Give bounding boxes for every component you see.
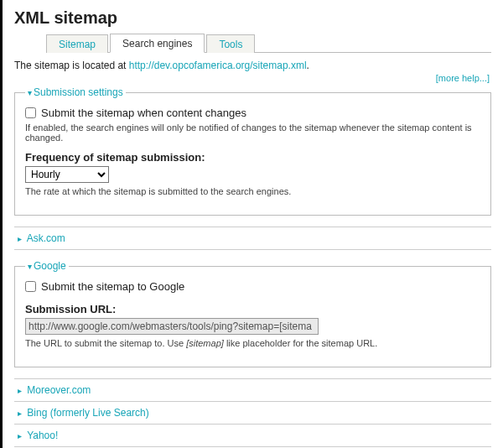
- intro-suffix: .: [307, 60, 309, 71]
- moreover-collapsed[interactable]: ▸ Moreover.com: [14, 378, 491, 402]
- page-title: XML sitemap: [14, 8, 491, 28]
- submit-google-label: Submit the sitemap to Google: [41, 280, 184, 293]
- tab-search-engines[interactable]: Search engines: [110, 34, 205, 53]
- sitemap-url-link[interactable]: http://dev.opcofamerica.org/sitemap.xml: [129, 60, 307, 71]
- submit-google-checkbox[interactable]: [25, 281, 36, 292]
- submit-on-change-label: Submit the sitemap when content changes: [41, 107, 246, 119]
- submit-on-change-desc: If enabled, the search engines will only…: [25, 122, 480, 143]
- expand-arrow-right-icon: ▸: [18, 234, 22, 243]
- yahoo-collapsed[interactable]: ▸ Yahoo!: [14, 424, 491, 447]
- tab-bar: Sitemap Search engines Tools: [46, 33, 491, 53]
- google-fieldset: ▾Google Submit the sitemap to Google Sub…: [14, 260, 491, 367]
- google-legend[interactable]: ▾Google: [25, 260, 69, 272]
- bing-collapsed[interactable]: ▸ Bing (formerly Live Search): [14, 401, 491, 425]
- tab-sitemap[interactable]: Sitemap: [46, 34, 108, 53]
- submission-url-desc: The URL to submit the sitemap to. Use [s…: [25, 338, 480, 348]
- frequency-label: Frequency of sitemap submission:: [25, 151, 480, 164]
- submission-settings-fieldset: ▾Submission settings Submit the sitemap …: [14, 86, 491, 216]
- url-desc-placeholder: [sitemap]: [186, 338, 224, 348]
- expand-arrow-right-icon: ▸: [18, 409, 22, 418]
- intro-text: The sitemap is located at http://dev.opc…: [14, 60, 491, 71]
- submission-url-label: Submission URL:: [25, 303, 480, 315]
- more-help-link[interactable]: [more help...]: [14, 73, 490, 83]
- expand-arrow-right-icon: ▸: [18, 431, 22, 440]
- page-wrapper: XML sitemap Sitemap Search engines Tools…: [0, 0, 503, 448]
- yahoo-legend: Yahoo!: [27, 430, 58, 441]
- submission-settings-legend-text: Submission settings: [34, 86, 123, 98]
- url-desc-pre: The URL to submit the sitemap to. Use: [25, 338, 186, 348]
- collapse-arrow-down-icon: ▾: [28, 88, 32, 97]
- submission-url-input[interactable]: [25, 318, 319, 335]
- url-desc-post: like placeholder for the sitemap URL.: [224, 338, 377, 348]
- google-legend-text: Google: [34, 260, 66, 272]
- tab-tools[interactable]: Tools: [206, 34, 255, 53]
- intro-prefix: The sitemap is located at: [14, 60, 129, 71]
- frequency-desc: The rate at which the sitemap is submitt…: [25, 186, 480, 196]
- moreover-legend: Moreover.com: [27, 384, 91, 396]
- collapse-arrow-down-icon: ▾: [28, 262, 32, 271]
- ask-legend: Ask.com: [27, 232, 65, 244]
- frequency-select[interactable]: Hourly: [25, 166, 109, 183]
- expand-arrow-right-icon: ▸: [18, 386, 22, 395]
- submission-settings-legend[interactable]: ▾Submission settings: [25, 86, 126, 98]
- submit-on-change-checkbox[interactable]: [25, 107, 36, 118]
- bing-legend: Bing (formerly Live Search): [27, 407, 148, 419]
- ask-collapsed[interactable]: ▸ Ask.com: [14, 227, 491, 250]
